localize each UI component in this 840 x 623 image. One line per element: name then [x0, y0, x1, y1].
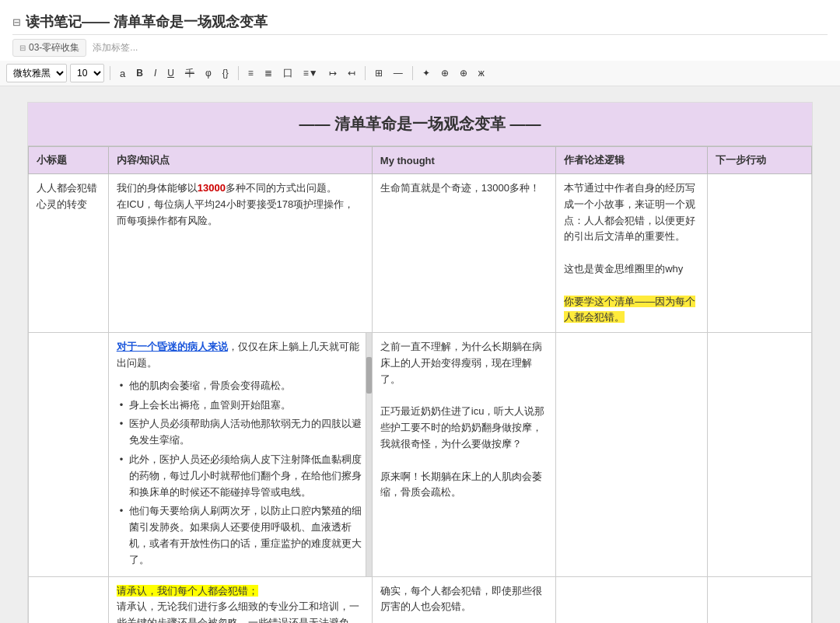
- font-size-select[interactable]: 10: [70, 64, 104, 82]
- header: ⊟ 读书笔记—— 清单革命是一场观念变革 ⊟ 03-零碎收集 添加标签...: [0, 0, 840, 61]
- align-left-button[interactable]: ≡: [244, 64, 257, 82]
- content-list-2: 他的肌肉会萎缩，骨质会变得疏松。 身上会长出褥疮，血管则开始阻塞。 医护人员必须…: [117, 376, 364, 570]
- indent-decrease-button[interactable]: ↤: [344, 64, 359, 82]
- thought-text-1: 生命简直就是个奇迹，13000多种！: [380, 182, 540, 194]
- cell-thought-2[interactable]: 之前一直不理解，为什么长期躺在病床上的人开始变得瘦弱，现在理解了。正巧最近奶奶住…: [372, 333, 555, 576]
- cell-content-2[interactable]: 对于一个昏迷的病人来说，仅仅在床上躺上几天就可能出问题。 他的肌肉会萎缩，骨质会…: [108, 333, 372, 576]
- toolbar: 微软雅黑 10 a B I U 千 φ {} ≡ ≣ 囗 ≡▼ ↦ ↤ ⊞ — …: [0, 61, 840, 86]
- link-button[interactable]: ✦: [418, 64, 434, 82]
- subtitle-text-1: 人人都会犯错心灵的转变: [37, 182, 97, 210]
- cell-content-1[interactable]: 我们的身体能够以13000多种不同的方式出问题。在ICU，每位病人平均24小时要…: [108, 174, 372, 333]
- table-header-row: 小标题 内容/知识点 My thought 作者论述逻辑 下一步行动: [29, 147, 812, 174]
- breadcrumb-item[interactable]: ⊟ 03-零碎收集: [12, 39, 86, 57]
- align-center-button[interactable]: ≣: [261, 64, 276, 82]
- content-area: —— 清单革命是一场观念变革 —— 小标题 内容/知识点 My thought …: [0, 86, 840, 623]
- attachment-button[interactable]: ⊕: [437, 64, 453, 82]
- cell-action-3[interactable]: [708, 576, 812, 623]
- cell-logic-2[interactable]: [556, 333, 708, 576]
- highlight-button[interactable]: φ: [201, 64, 215, 82]
- table-title: —— 清单革命是一场观念变革 ——: [28, 103, 812, 146]
- strikethrough-button[interactable]: 千: [181, 64, 198, 82]
- list-item: 他们每天要给病人刷两次牙，以防止口腔内繁殖的细菌引发肺炎。如果病人还要使用呼吸机…: [117, 502, 364, 569]
- main-table: 小标题 内容/知识点 My thought 作者论述逻辑 下一步行动 人人都会犯…: [28, 146, 812, 623]
- scroll-indicator[interactable]: [366, 333, 372, 576]
- cell-logic-1[interactable]: 本节通过中作者自身的经历写成一个小故事，来证明一个观点：人人都会犯错，以便更好的…: [556, 174, 708, 333]
- logic-highlighted-1: 你要学这个清单——因为每个人都会犯错。: [564, 296, 695, 324]
- toolbar-divider-1: [110, 66, 110, 80]
- cell-subtitle-1: 人人都会犯错心灵的转变: [29, 174, 109, 333]
- cell-thought-3[interactable]: 确实，每个人都会犯错，即使那些很厉害的人也会犯错。: [372, 576, 555, 623]
- table-button[interactable]: ⊞: [371, 64, 387, 82]
- toolbar-divider-2: [238, 66, 239, 80]
- note-card: —— 清单革命是一场观念变革 —— 小标题 内容/知识点 My thought …: [27, 102, 813, 623]
- thought-text-2: 之前一直不理解，为什么长期躺在病床上的人开始变得瘦弱，现在理解了。正巧最近奶奶住…: [380, 341, 545, 498]
- cell-content-3[interactable]: 请承认，我们每个人都会犯错； 请承认，无论我们进行多么细致的专业分工和培训，一些…: [108, 576, 372, 623]
- th-logic: 作者论述逻辑: [556, 147, 708, 174]
- cell-logic-3[interactable]: [556, 576, 708, 623]
- bold-button[interactable]: B: [132, 64, 147, 82]
- font-family-select[interactable]: 微软雅黑: [6, 64, 67, 82]
- list-item: 他的肌肉会萎缩，骨质会变得疏松。: [117, 376, 364, 396]
- breadcrumb-bar: ⊟ 03-零碎收集 添加标签...: [12, 35, 828, 61]
- content-highlight-yellow-3: 请承认，我们每个人都会犯错；: [117, 585, 258, 597]
- indent-increase-button[interactable]: ↦: [325, 64, 341, 82]
- cell-subtitle-3: [29, 576, 109, 623]
- table-row: 人人都会犯错心灵的转变 我们的身体能够以13000多种不同的方式出问题。在ICU…: [29, 174, 812, 333]
- table-row: 对于一个昏迷的病人来说，仅仅在床上躺上几天就可能出问题。 他的肌肉会萎缩，骨质会…: [29, 333, 812, 576]
- content-rest-3: 请承认，无论我们进行多么细致的专业分工和培训，一些关键的步骤还是会被忽略，一些错…: [117, 600, 359, 623]
- page-title: 读书笔记—— 清单革命是一场观念变革: [26, 12, 268, 31]
- underline-button[interactable]: U: [163, 64, 178, 82]
- align-dropdown-button[interactable]: ≡▼: [299, 64, 322, 82]
- toolbar-divider-4: [412, 66, 413, 80]
- document-icon: ⊟: [12, 16, 21, 28]
- content-text-intro-1: 我们的身体能够以: [117, 182, 198, 194]
- thought-text-3: 确实，每个人都会犯错，即使那些很厉害的人也会犯错。: [380, 585, 542, 613]
- cell-action-2[interactable]: [708, 333, 812, 576]
- content-blue-text-2: 对于一个昏迷的病人来说: [117, 341, 228, 352]
- insert-image-button[interactable]: 囗: [279, 64, 296, 82]
- list-item: 身上会长出褥疮，血管则开始阻塞。: [117, 396, 364, 415]
- cell-thought-1[interactable]: 生命简直就是个奇迹，13000多种！: [372, 174, 555, 333]
- add-tag-button[interactable]: 添加标签...: [93, 41, 138, 54]
- more-button[interactable]: ⊕: [456, 64, 471, 82]
- font-color-button[interactable]: a: [116, 64, 129, 82]
- title-bar: ⊟ 读书笔记—— 清单革命是一场观念变革: [12, 6, 828, 35]
- italic-button[interactable]: I: [150, 64, 160, 82]
- breadcrumb-icon: ⊟: [19, 44, 26, 52]
- table-row: 请承认，我们每个人都会犯错； 请承认，无论我们进行多么细致的专业分工和培训，一些…: [29, 576, 812, 623]
- app-wrapper: ⊟ 读书笔记—— 清单革命是一场观念变革 ⊟ 03-零碎收集 添加标签... 微…: [0, 0, 840, 623]
- line-button[interactable]: —: [390, 64, 407, 82]
- list-item: 医护人员必须帮助病人活动他那软弱无力的四肢以避免发生挛缩。: [117, 415, 364, 450]
- scroll-thumb: [366, 357, 372, 394]
- th-content: 内容/知识点: [108, 147, 372, 174]
- special-button[interactable]: ж: [474, 64, 488, 82]
- breadcrumb-label: 03-零碎收集: [29, 41, 79, 54]
- th-action: 下一步行动: [708, 147, 812, 174]
- content-highlight-1: 13000: [198, 182, 226, 194]
- th-thought: My thought: [372, 147, 555, 174]
- th-subtitle: 小标题: [29, 147, 109, 174]
- code-button[interactable]: {}: [219, 64, 233, 82]
- list-item: 此外，医护人员还必须给病人皮下注射降低血黏稠度的药物，每过几小时就帮他们翻个身，…: [117, 450, 364, 502]
- cell-subtitle-2: [29, 333, 109, 576]
- cell-action-1[interactable]: [708, 174, 812, 333]
- logic-text-1: 本节通过中作者自身的经历写成一个小故事，来证明一个观点：人人都会犯错，以便更好的…: [564, 182, 695, 275]
- toolbar-divider-3: [365, 66, 366, 80]
